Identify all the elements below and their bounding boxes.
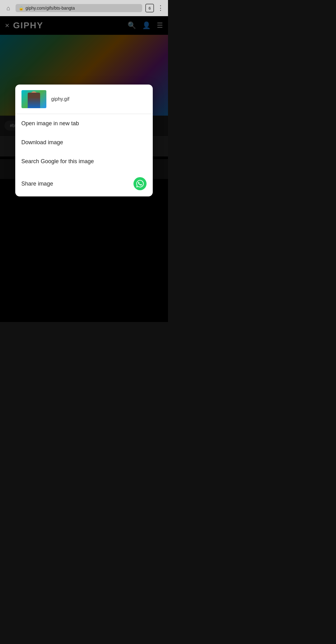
browser-menu-icon[interactable]: ⋮	[157, 4, 164, 12]
search-google-label: Search Google for this image	[21, 158, 94, 165]
home-icon[interactable]: ⌂	[4, 4, 12, 12]
url-text: giphy.com/gifs/bts-bangta	[26, 6, 75, 11]
url-bar[interactable]: 🔒 giphy.com/gifs/bts-bangta	[16, 4, 142, 12]
context-menu: giphy.gif Open image in new tab Download…	[15, 85, 153, 196]
whatsapp-icon	[133, 177, 147, 190]
context-menu-header: giphy.gif	[15, 85, 153, 114]
download-image-label: Download image	[21, 139, 63, 146]
page-background: × GIPHY 🔍 👤 ☰ #bts #crazy #v #bangtan #t…	[0, 16, 168, 322]
browser-bar: ⌂ 🔒 giphy.com/gifs/bts-bangta 6 ⋮	[0, 0, 168, 16]
thumbnail-person	[28, 93, 40, 108]
lock-icon: 🔒	[19, 6, 24, 11]
search-google-item[interactable]: Search Google for this image	[15, 152, 153, 171]
context-menu-overlay: giphy.gif Open image in new tab Download…	[0, 16, 168, 322]
open-new-tab-label: Open image in new tab	[21, 120, 79, 127]
tab-count[interactable]: 6	[145, 4, 154, 12]
open-new-tab-item[interactable]: Open image in new tab	[15, 114, 153, 133]
share-image-item[interactable]: Share image	[15, 171, 153, 196]
gif-filename: giphy.gif	[51, 96, 69, 102]
gif-thumbnail	[21, 90, 46, 108]
share-image-label: Share image	[21, 181, 53, 187]
download-image-item[interactable]: Download image	[15, 133, 153, 152]
